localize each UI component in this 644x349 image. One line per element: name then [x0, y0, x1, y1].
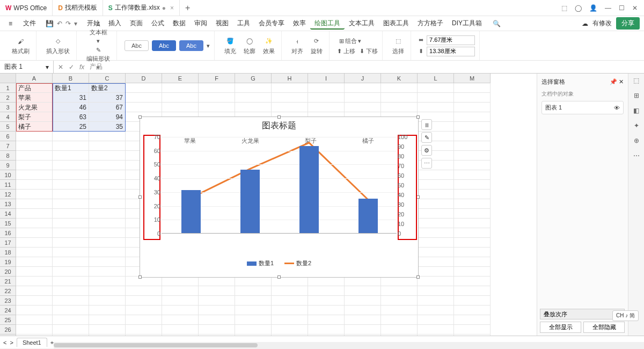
cell[interactable] [53, 190, 89, 199]
scrollbar-horizontal[interactable] [54, 342, 644, 348]
cell[interactable] [16, 325, 53, 335]
window-icon[interactable]: ⬚ [561, 4, 567, 12]
undo-icon[interactable]: ↶ [57, 20, 62, 27]
close-icon[interactable]: ✕ [632, 4, 638, 12]
cell[interactable] [235, 277, 272, 286]
sheet-tab[interactable]: Sheet1 [17, 338, 47, 347]
menu-item[interactable]: 效率 [289, 18, 310, 28]
cell[interactable] [308, 286, 345, 296]
cell[interactable] [235, 296, 272, 306]
cell[interactable] [418, 238, 454, 248]
cell[interactable] [89, 190, 126, 199]
col-header[interactable]: M [454, 74, 491, 83]
cell[interactable] [381, 103, 418, 112]
cell[interactable] [418, 315, 454, 325]
rail-style-icon[interactable]: ◧ [633, 107, 639, 114]
cloud-icon[interactable]: ☁ [582, 20, 588, 27]
menu-item[interactable]: 绘图工具 [310, 18, 345, 30]
cell[interactable] [272, 315, 308, 325]
cell[interactable] [89, 170, 126, 180]
cell[interactable] [89, 132, 126, 141]
row-header[interactable]: 24 [0, 306, 16, 315]
col-header[interactable]: K [381, 74, 418, 83]
cell[interactable] [16, 161, 53, 170]
formula-content[interactable]: 产品 [90, 62, 103, 71]
menu-item[interactable]: 工具 [233, 18, 254, 28]
cell[interactable] [53, 151, 89, 161]
sheet-area[interactable]: ABCDEFGHIJKLM 1产品数量1数量22苹果31373火龙果46674梨… [0, 74, 537, 336]
row-header[interactable]: 20 [0, 267, 16, 277]
col-header[interactable]: I [308, 74, 345, 83]
cell[interactable] [272, 296, 308, 306]
cell[interactable] [454, 190, 491, 199]
cell[interactable]: 橘子 [16, 122, 53, 132]
name-box[interactable]: 图表 1▾ [0, 61, 54, 73]
cell[interactable] [126, 296, 162, 306]
bar[interactable] [181, 190, 201, 233]
cell[interactable] [89, 277, 126, 286]
cell[interactable] [199, 277, 235, 286]
col-header[interactable]: D [126, 74, 162, 83]
cell[interactable] [162, 277, 199, 286]
cell[interactable] [272, 103, 308, 112]
cell[interactable] [16, 180, 53, 190]
cell[interactable] [126, 325, 162, 335]
format-painter[interactable]: 🖌 格式刷 [10, 35, 32, 56]
cell[interactable] [345, 315, 381, 325]
cell[interactable] [16, 306, 53, 315]
chevron-down-icon[interactable]: ▾ [46, 63, 49, 71]
cell[interactable] [16, 286, 53, 296]
col-header[interactable]: E [162, 74, 199, 83]
row-header[interactable]: 7 [0, 141, 16, 151]
effects-button[interactable]: ✨效果 [261, 35, 277, 56]
cell[interactable] [53, 248, 89, 257]
menu-item[interactable]: 方方格子 [413, 18, 448, 28]
cell[interactable] [126, 286, 162, 296]
shape-style-1[interactable]: Abc [125, 40, 149, 51]
cell[interactable] [53, 315, 89, 325]
tab-wps-office[interactable]: W WPS Office [0, 0, 53, 16]
cell[interactable] [418, 219, 454, 228]
row-header[interactable]: 22 [0, 286, 16, 296]
cell[interactable]: 苹果 [16, 93, 53, 103]
row-header[interactable]: 5 [0, 122, 16, 132]
cell[interactable] [345, 93, 381, 103]
cell[interactable] [418, 306, 454, 315]
menu-icon[interactable]: ≡ [4, 18, 17, 29]
cell[interactable] [308, 325, 345, 335]
y-axis-right[interactable]: 0102030405060708090100 [398, 137, 414, 234]
share-button[interactable]: 分享 [616, 17, 640, 30]
row-header[interactable]: 15 [0, 219, 16, 228]
cell[interactable] [272, 325, 308, 335]
cell[interactable]: 31 [53, 93, 89, 103]
cell[interactable] [126, 306, 162, 315]
cell[interactable]: 37 [89, 93, 126, 103]
cell[interactable] [199, 315, 235, 325]
maximize-icon[interactable]: ☐ [619, 4, 625, 12]
cell[interactable] [308, 103, 345, 112]
cell[interactable] [308, 83, 345, 93]
cell[interactable] [162, 306, 199, 315]
cell[interactable] [272, 306, 308, 315]
fill-button[interactable]: 🪣填充 [222, 35, 238, 56]
move-up-button[interactable]: ⬆ 上移 [337, 47, 355, 55]
hide-all-button[interactable]: 全部隐藏 [583, 322, 625, 333]
col-header[interactable]: G [235, 74, 272, 83]
rail-format-icon[interactable]: ⊞ [634, 92, 639, 99]
row-header[interactable]: 16 [0, 228, 16, 238]
cell[interactable] [454, 141, 491, 151]
rail-select-icon[interactable]: ⬚ [633, 77, 639, 84]
cell[interactable] [418, 83, 454, 93]
cell[interactable] [345, 325, 381, 335]
fx-icon[interactable]: fx [79, 63, 84, 71]
move-down-button[interactable]: ⬇ 下移 [360, 47, 378, 55]
cell[interactable]: 63 [53, 112, 89, 122]
cell[interactable] [418, 296, 454, 306]
y-axis-left[interactable]: 010203040506070 [147, 137, 160, 234]
row-header[interactable]: 8 [0, 151, 16, 161]
minimize-icon[interactable]: — [605, 4, 611, 12]
shape-style-3[interactable]: Abc [179, 40, 203, 51]
bar[interactable] [299, 146, 319, 233]
col-header[interactable]: F [199, 74, 235, 83]
cell[interactable] [418, 325, 454, 335]
